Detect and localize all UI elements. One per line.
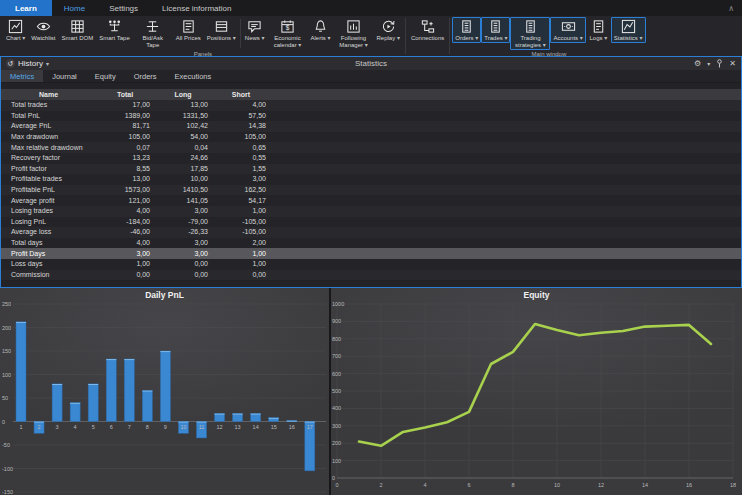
column-header-name[interactable]: Name bbox=[1, 90, 96, 100]
svg-text:Daily PnL: Daily PnL bbox=[145, 290, 184, 300]
ribbon-button-statistics[interactable]: Statistics ▾ bbox=[611, 17, 646, 43]
positions-list-icon bbox=[214, 19, 229, 34]
table-row-losing-pnl[interactable]: Losing PnL-184,00-79,00-105,00 bbox=[1, 217, 741, 228]
ribbon-button-label: Chart ▾ bbox=[6, 35, 25, 42]
chevron-down-icon[interactable]: ▾ bbox=[707, 59, 710, 69]
cell-total: 1,00 bbox=[96, 259, 154, 269]
table-row-profitable-pnl[interactable]: Profitable PnL1573,001410,50162,50 bbox=[1, 185, 741, 196]
cell-short: 0,55 bbox=[212, 153, 270, 163]
ribbon-tab-home[interactable]: Home bbox=[52, 0, 97, 16]
table-row-max-drawdown[interactable]: Max drawdown105,0054,00105,00 bbox=[1, 132, 741, 143]
ribbon-button-label: Economic calendar ▾ bbox=[271, 35, 305, 49]
ribbon-button-logs[interactable]: Logs ▾ bbox=[586, 17, 611, 43]
ribbon-collapse-icon[interactable]: ∧ bbox=[720, 0, 742, 16]
ribbon-button-trading-strategies[interactable]: Trading strategies ▾ bbox=[510, 17, 550, 50]
trades-list-icon bbox=[488, 19, 503, 34]
cell-total: 4,00 bbox=[96, 238, 154, 248]
tab-metrics[interactable]: Metrics bbox=[1, 70, 43, 82]
ribbon-button-replay[interactable]: Replay ▾ bbox=[374, 17, 403, 43]
logs-icon bbox=[591, 19, 606, 34]
tab-executions[interactable]: Executions bbox=[166, 70, 221, 82]
ribbon-button-news[interactable]: News ▾ bbox=[242, 17, 268, 43]
ribbon-button-economic-calendar[interactable]: $Economic calendar ▾ bbox=[268, 17, 308, 50]
settings-gear-icon[interactable]: ⚙ bbox=[694, 59, 701, 69]
table-row-commission[interactable]: Commission0,000,000,00 bbox=[1, 270, 741, 281]
ribbon-button-trades[interactable]: Trades ▾ bbox=[481, 17, 510, 43]
ribbon-button-watchlist[interactable]: Watchlist bbox=[28, 17, 58, 43]
svg-text:6: 6 bbox=[110, 424, 113, 430]
pin-icon[interactable] bbox=[716, 59, 723, 68]
column-header-long[interactable]: Long bbox=[154, 90, 212, 100]
ribbon-button-orders[interactable]: Orders ▾ bbox=[452, 17, 481, 43]
table-row-recovery-factor[interactable]: Recovery factor13,2324,660,55 bbox=[1, 153, 741, 164]
daily-pnl-chart[interactable]: Daily PnL-150-100-5005010015020025012345… bbox=[0, 288, 329, 495]
cell-name: Losing trades bbox=[1, 206, 96, 216]
toolbar-separator bbox=[240, 19, 241, 48]
table-row-loss-days[interactable]: Loss days1,000,001,00 bbox=[1, 259, 741, 270]
close-icon[interactable]: ✕ bbox=[729, 59, 736, 69]
cell-short: 1,00 bbox=[212, 259, 270, 269]
cell-name: Total trades bbox=[1, 100, 96, 110]
svg-text:10: 10 bbox=[180, 424, 186, 430]
ribbon-button-smart-dom[interactable]: Smart DOM bbox=[58, 17, 96, 43]
ribbon-button-connections[interactable]: Connections bbox=[408, 17, 447, 43]
table-row-total-trades[interactable]: Total trades17,0013,004,00 bbox=[1, 100, 741, 111]
table-row-average-loss[interactable]: Average loss-46,00-26,33-105,00 bbox=[1, 227, 741, 238]
dropdown-arrow-icon: ▾ bbox=[578, 35, 583, 41]
ribbon-button-label: Watchlist bbox=[31, 35, 55, 42]
cell-long: 102,42 bbox=[154, 121, 212, 131]
cell-long: 54,00 bbox=[154, 132, 212, 142]
table-row-average-pnl[interactable]: Average PnL81,71102,4214,38 bbox=[1, 121, 741, 132]
table-row-max-relative-drawdown[interactable]: Max relative drawdown0,070,040,65 bbox=[1, 142, 741, 153]
cell-long: 0,00 bbox=[154, 259, 212, 269]
table-row-profitable-trades[interactable]: Profitable trades13,0010,003,00 bbox=[1, 174, 741, 185]
ribbon-tab-learn[interactable]: Learn bbox=[0, 0, 52, 16]
toolbar-group-separator bbox=[405, 18, 406, 54]
ribbon-button-alerts[interactable]: Alerts ▾ bbox=[308, 17, 334, 43]
replay-icon bbox=[381, 19, 396, 34]
table-row-profit-factor[interactable]: Profit factor8,5517,851,55 bbox=[1, 164, 741, 175]
svg-text:17: 17 bbox=[307, 424, 313, 430]
ribbon-button-chart[interactable]: Chart ▾ bbox=[3, 17, 28, 43]
svg-text:7: 7 bbox=[128, 424, 131, 430]
svg-text:200: 200 bbox=[2, 325, 11, 331]
table-row-average-profit[interactable]: Average profit121,00141,0554,17 bbox=[1, 195, 741, 206]
ribbon-button-label: Trading strategies ▾ bbox=[513, 35, 547, 49]
ribbon-tab-settings[interactable]: Settings bbox=[97, 0, 150, 16]
cell-total: 17,00 bbox=[96, 100, 154, 110]
statistics-table: NameTotalLongShortTotal trades17,0013,00… bbox=[1, 89, 741, 280]
dropdown-arrow-icon: ▾ bbox=[602, 35, 607, 41]
ribbon-button-label: Following Manager ▾ bbox=[337, 35, 371, 49]
cell-long: 13,00 bbox=[154, 100, 212, 110]
ribbon-button-label: Positions ▾ bbox=[207, 35, 236, 42]
table-row-total-pnl[interactable]: Total PnL1389,001331,5057,50 bbox=[1, 111, 741, 122]
ribbon-button-all-prices[interactable]: All Prices bbox=[173, 17, 204, 43]
svg-text:13: 13 bbox=[235, 424, 241, 430]
ribbon-button-label: Statistics ▾ bbox=[614, 35, 643, 42]
tab-journal[interactable]: Journal bbox=[43, 70, 86, 82]
panel-title[interactable]: History bbox=[18, 59, 43, 68]
ribbon-button-label: Orders ▾ bbox=[455, 35, 478, 42]
cell-short: 0,00 bbox=[212, 270, 270, 280]
table-row-losing-trades[interactable]: Losing trades4,003,001,00 bbox=[1, 206, 741, 217]
table-row-total-days[interactable]: Total days4,003,002,00 bbox=[1, 238, 741, 249]
ribbon-tab-license-information[interactable]: License information bbox=[150, 0, 243, 16]
charts-area: Daily PnL-150-100-5005010015020025012345… bbox=[0, 288, 742, 495]
ribbon-button-bid-ask-tape[interactable]: Bid/Ask Tape bbox=[133, 17, 173, 50]
column-header-total[interactable]: Total bbox=[96, 90, 154, 100]
dropdown-arrow-icon: ▾ bbox=[260, 35, 265, 41]
table-row-profit-days[interactable]: Profit Days3,003,001,00 bbox=[1, 248, 741, 259]
tab-equity[interactable]: Equity bbox=[86, 70, 125, 82]
svg-text:14: 14 bbox=[253, 424, 259, 430]
ribbon-button-accounts[interactable]: Accounts ▾ bbox=[550, 17, 585, 43]
equity-chart[interactable]: Equity0246810121416180100200300400500600… bbox=[331, 288, 742, 495]
svg-text:-100: -100 bbox=[2, 466, 13, 472]
panel-title-dropdown-icon[interactable]: ▾ bbox=[46, 60, 49, 67]
column-header-short[interactable]: Short bbox=[212, 90, 270, 100]
tab-orders[interactable]: Orders bbox=[125, 70, 166, 82]
ribbon-button-smart-tape[interactable]: Smart Tape bbox=[96, 17, 133, 43]
ribbon-button-following-manager[interactable]: Following Manager ▾ bbox=[334, 17, 374, 50]
ribbon-button-positions[interactable]: Positions ▾ bbox=[204, 17, 239, 43]
ribbon-button-label: Bid/Ask Tape bbox=[136, 35, 170, 49]
ribbon-button-label: Accounts ▾ bbox=[553, 35, 582, 42]
